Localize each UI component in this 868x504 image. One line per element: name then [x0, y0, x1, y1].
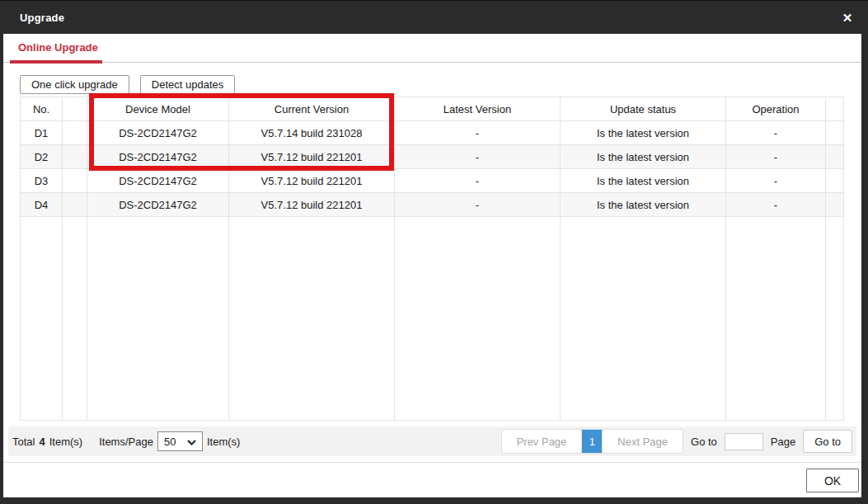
cell-latest-version: -: [395, 169, 561, 193]
column-header-operation: Operation: [726, 97, 826, 121]
cell-operation: -: [726, 145, 826, 169]
cell-device-model: DS-2CD2147G2: [87, 145, 229, 169]
cell-device-model: DS-2CD2147G2: [87, 193, 229, 217]
goto-page-button[interactable]: Go to: [803, 430, 852, 453]
table-row[interactable]: D1 DS-2CD2147G2 V5.7.14 build 231028 - I…: [21, 121, 844, 145]
next-page-button[interactable]: Next Page: [603, 430, 683, 453]
items-per-page-select[interactable]: 50: [157, 431, 203, 451]
cell-spacer: [826, 121, 844, 145]
dialog-title: Upgrade: [20, 12, 64, 24]
current-page-indicator[interactable]: 1: [581, 430, 603, 453]
one-click-upgrade-button[interactable]: One click upgrade: [20, 75, 129, 94]
cell-spacer: [826, 169, 844, 193]
column-header-device-model: Device Model: [87, 97, 229, 121]
cell-spacer: [63, 145, 87, 169]
toolbar: One click upgrade Detect updates: [20, 75, 235, 94]
cell-update-status: Is the latest version: [561, 193, 726, 217]
ok-button[interactable]: OK: [806, 469, 859, 492]
total-label: Total: [12, 436, 35, 448]
cell-update-status: Is the latest version: [561, 169, 726, 193]
cell-spacer: [826, 193, 844, 217]
detect-updates-button[interactable]: Detect updates: [140, 75, 235, 94]
close-button[interactable]: ✕: [838, 9, 856, 27]
tab-online-upgrade[interactable]: Online Upgrade: [18, 41, 98, 54]
cell-spacer: [63, 193, 87, 217]
page-label: Page: [771, 436, 795, 448]
cell-latest-version: -: [395, 145, 561, 169]
tab-bar-divider: [3, 62, 861, 63]
column-header-no: No.: [21, 97, 63, 121]
cell-spacer: [826, 145, 844, 169]
close-icon: ✕: [842, 11, 853, 25]
table-empty-area: [21, 217, 844, 421]
cell-operation: -: [726, 169, 826, 193]
prev-page-button[interactable]: Prev Page: [502, 430, 582, 453]
column-header-update-status: Update status: [561, 97, 726, 121]
active-tab-underline: [10, 60, 102, 64]
cell-no: D3: [21, 169, 63, 193]
cell-no: D4: [21, 193, 63, 217]
column-header-latest-version: Latest Version: [395, 97, 561, 121]
cell-no: D2: [21, 145, 63, 169]
goto-label: Go to: [691, 436, 717, 448]
items-per-page-value: 50: [164, 436, 176, 448]
upgrade-table: No. Device Model Current Version Latest …: [20, 97, 843, 421]
table-row[interactable]: D3 DS-2CD2147G2 V5.7.12 build 221201 - I…: [21, 169, 844, 193]
dialog-content: Online Upgrade One click upgrade Detect …: [3, 34, 861, 497]
cell-update-status: Is the latest version: [561, 145, 726, 169]
cell-update-status: Is the latest version: [561, 121, 726, 145]
cell-latest-version: -: [395, 121, 561, 145]
column-header-spacer-right: [826, 97, 844, 121]
cell-current-version: V5.7.12 build 221201: [229, 193, 395, 217]
total-suffix: Item(s): [49, 436, 82, 448]
cell-current-version: V5.7.12 build 221201: [229, 169, 395, 193]
items-summary: Total 4 Item(s) Items/Page 50 Item(s): [12, 431, 240, 451]
table-header-row: No. Device Model Current Version Latest …: [21, 97, 844, 121]
cell-device-model: DS-2CD2147G2: [87, 121, 229, 145]
cell-spacer: [63, 169, 87, 193]
cell-operation: -: [726, 193, 826, 217]
column-header-current-version: Current Version: [229, 97, 395, 121]
dialog-titlebar: Upgrade ✕: [0, 0, 868, 34]
cell-spacer: [63, 121, 87, 145]
table-row[interactable]: D2 DS-2CD2147G2 V5.7.12 build 221201 - I…: [21, 145, 844, 169]
table-row[interactable]: D4 DS-2CD2147G2 V5.7.12 build 221201 - I…: [21, 193, 844, 217]
upgrade-dialog: Upgrade ✕ Online Upgrade One click upgra…: [0, 0, 868, 504]
column-header-spacer-left: [63, 97, 87, 121]
cell-no: D1: [21, 121, 63, 145]
footer-divider: [3, 462, 861, 463]
cell-current-version: V5.7.12 build 221201: [229, 145, 395, 169]
items-per-page-suffix: Item(s): [207, 436, 240, 448]
cell-device-model: DS-2CD2147G2: [87, 169, 229, 193]
cell-current-version: V5.7.14 build 231028: [229, 121, 395, 145]
total-count: 4: [39, 436, 45, 448]
pager-group: Prev Page 1 Next Page: [501, 429, 683, 454]
cell-operation: -: [726, 121, 826, 145]
goto-page-input[interactable]: [725, 433, 763, 450]
items-per-page-label: Items/Page: [99, 436, 153, 448]
cell-latest-version: -: [395, 193, 561, 217]
pagination-controls: Prev Page 1 Next Page Go to Page Go to: [501, 429, 852, 454]
pagination-footer: Total 4 Item(s) Items/Page 50 Item(s) Pr…: [8, 426, 856, 456]
chevron-down-icon: [187, 436, 196, 448]
